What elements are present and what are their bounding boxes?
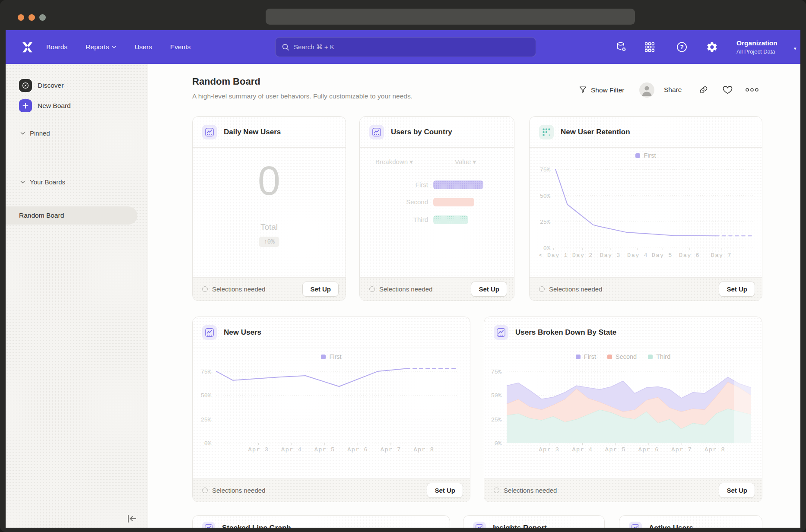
legend-item: First <box>635 152 656 159</box>
svg-text:Apr 7: Apr 7 <box>381 446 401 453</box>
svg-text:Day 4: Day 4 <box>627 252 648 259</box>
card-header: Daily New Users <box>193 117 346 148</box>
svg-text:Apr 8: Apr 8 <box>704 446 725 453</box>
set-up-button[interactable]: Set Up <box>719 483 755 498</box>
avatar[interactable] <box>639 82 654 98</box>
svg-text:Apr 3: Apr 3 <box>539 446 559 453</box>
card-title: New User Retention <box>561 128 630 136</box>
card-header: New User Retention <box>530 117 762 148</box>
breakdown-dropdown[interactable]: Breakdown ▾ <box>375 158 413 166</box>
set-up-button[interactable]: Set Up <box>302 282 339 297</box>
bar-first <box>433 180 483 189</box>
set-up-button[interactable]: Set Up <box>427 483 463 498</box>
svg-text:50%: 50% <box>540 193 551 200</box>
nav-item-users[interactable]: Users <box>134 43 152 51</box>
apps-grid-icon[interactable] <box>644 41 655 53</box>
org-project: All Project Data <box>736 48 777 55</box>
svg-text:Apr 8: Apr 8 <box>413 446 434 453</box>
status-circle-icon <box>539 286 545 292</box>
card-header: Users Broken Down By State <box>484 317 762 348</box>
legend-item: First <box>321 353 341 360</box>
plus-icon <box>19 99 32 112</box>
setup-status: Selections needed <box>539 285 719 293</box>
traffic-light-minimize[interactable] <box>29 14 35 21</box>
search-input[interactable]: Search ⌘ + K <box>275 37 536 57</box>
page-title: Random Board <box>192 76 260 87</box>
sidebar-section-pinned[interactable]: Pinned <box>20 130 50 137</box>
svg-text:Apr 5: Apr 5 <box>314 446 335 453</box>
set-up-button[interactable]: Set Up <box>471 282 507 297</box>
row-label: Third <box>376 216 428 223</box>
svg-text:50%: 50% <box>201 393 212 399</box>
sidebar-item-discover[interactable]: Discover <box>19 79 63 92</box>
sidebar-item-random-board[interactable]: Random Board <box>6 206 137 225</box>
metric-value: 0 <box>193 158 346 204</box>
set-up-button[interactable]: Set Up <box>719 282 755 297</box>
sidebar-collapse-icon[interactable] <box>127 514 138 525</box>
chart-legend: FirstSecondThird <box>484 353 762 360</box>
share-button[interactable]: Share <box>664 86 682 94</box>
card-footer: Selections needed Set Up <box>193 478 470 502</box>
settings-gear-icon[interactable] <box>706 41 718 53</box>
legend-swatch <box>576 355 581 359</box>
org-switcher[interactable]: Organization All Project Data <box>736 39 777 55</box>
card-daily-new-users: Daily New Users 0 Total ↑0% Selections n… <box>192 116 346 301</box>
org-name: Organization <box>736 39 777 47</box>
card-title: Users Broken Down By State <box>515 328 616 337</box>
new-users-chart: First75%50%25%0%Apr 3Apr 4Apr 5Apr 6Apr … <box>193 348 470 478</box>
nav-item-boards[interactable]: Boards <box>46 43 67 51</box>
card-header: New Users <box>193 317 470 348</box>
card-title: Daily New Users <box>224 128 281 136</box>
copy-link-icon[interactable] <box>699 85 708 95</box>
stacked-area-chart: FirstSecondThird75%50%25%0%Apr 3Apr 4Apr… <box>484 348 762 478</box>
nav-items: Boards Reports Users Events <box>46 43 190 51</box>
sidebar-item-new-board[interactable]: New Board <box>19 99 71 112</box>
retention-chart: First75%50%25%0%< Day 1Day 2Day 3Day 4Da… <box>530 148 762 277</box>
svg-text:Day 6: Day 6 <box>679 252 700 259</box>
favorite-heart-icon[interactable] <box>723 86 733 95</box>
card-title: Users by Country <box>391 128 452 136</box>
traffic-light-close[interactable] <box>18 14 24 21</box>
insights-chart-icon <box>494 325 508 340</box>
insights-chart-icon <box>369 125 384 139</box>
svg-text:0%: 0% <box>543 245 551 252</box>
more-options-icon[interactable] <box>746 88 758 92</box>
show-filter-button[interactable]: Show Filter <box>579 86 625 94</box>
status-circle-icon <box>202 488 208 493</box>
window-frame-right <box>800 0 806 532</box>
chart-legend: First <box>193 353 470 360</box>
setup-status: Selections needed <box>369 285 471 293</box>
nav-item-events[interactable]: Events <box>170 43 190 51</box>
search-placeholder: Search ⌘ + K <box>294 43 334 51</box>
nav-item-reports[interactable]: Reports <box>86 43 116 51</box>
compass-icon <box>19 79 32 92</box>
svg-text:25%: 25% <box>491 417 502 423</box>
chart-legend: First <box>530 152 762 159</box>
svg-text:?: ? <box>680 44 684 51</box>
setup-status: Selections needed <box>494 487 719 494</box>
svg-text:25%: 25% <box>540 219 551 225</box>
data-management-icon[interactable] <box>616 41 627 53</box>
legend-item: Third <box>648 353 670 360</box>
window-frame-bottom <box>0 528 806 532</box>
section-label: Pinned <box>30 130 50 137</box>
legend-item: Second <box>607 353 637 360</box>
row-label: First <box>376 181 428 188</box>
browser-url-bar[interactable] <box>266 9 635 25</box>
mixpanel-logo[interactable] <box>21 41 34 54</box>
sidebar-item-label: New Board <box>38 102 71 110</box>
card-footer: Selections needed Set Up <box>530 277 762 301</box>
chevron-down-icon <box>20 132 25 135</box>
help-icon[interactable]: ? <box>676 41 688 53</box>
metric-label: Total <box>193 222 346 232</box>
legend-swatch <box>648 355 653 359</box>
filter-funnel-icon <box>579 86 587 94</box>
traffic-light-zoom[interactable] <box>39 14 46 21</box>
sidebar-section-your-boards[interactable]: Your Boards <box>20 178 65 186</box>
card-footer: Selections needed Set Up <box>484 478 762 502</box>
insights-chart-icon <box>202 125 217 139</box>
legend-swatch <box>321 355 326 359</box>
value-dropdown[interactable]: Value ▾ <box>455 158 476 166</box>
card-new-user-retention: New User Retention First75%50%25%0%< Day… <box>529 116 762 301</box>
card-footer: Selections needed Set Up <box>360 277 514 301</box>
